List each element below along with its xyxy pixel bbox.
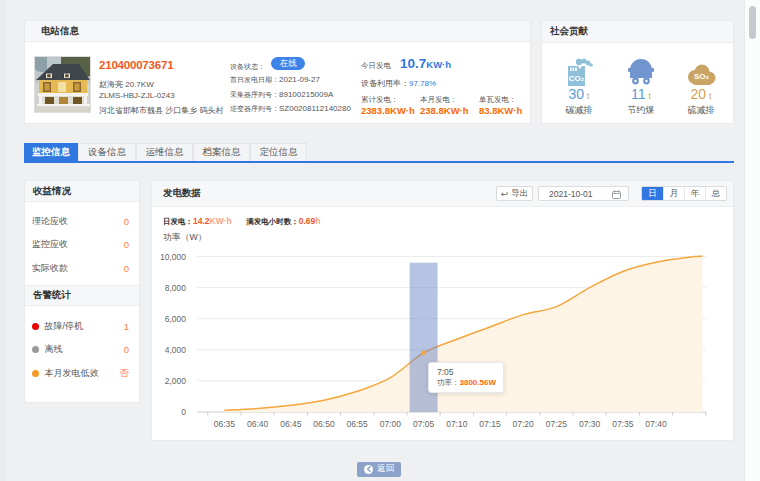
social-contribution-card: 社会贡献 CO₂ 30t 碳减排 11t 节约煤	[541, 20, 734, 124]
day-generation-stat: 日发电：14.2KW·h	[163, 217, 232, 226]
alarm-value: 否	[120, 367, 130, 380]
station-card-title: 电站信息	[25, 21, 530, 42]
utilization: 设备利用率：97.78%	[361, 78, 436, 89]
fault-dot-icon	[32, 323, 39, 330]
y-axis-title: 功率（W）	[163, 232, 207, 244]
today-generation-label: 今日发电	[361, 61, 391, 70]
full-hours-label: 满发电小时数：	[246, 217, 299, 226]
so2-reduction-value: 20t	[673, 87, 729, 102]
export-icon: ↩	[501, 189, 509, 199]
income-value: 0	[124, 263, 129, 274]
back-button[interactable]: 返回	[357, 462, 401, 477]
date-picker[interactable]: 2021-10-01	[538, 186, 629, 201]
coal-saving-number: 11	[631, 86, 646, 102]
income-value: 0	[124, 216, 129, 227]
alarm-row-fault: 故障/停机 1	[25, 315, 139, 338]
coal-saving-value: 11t	[613, 87, 669, 102]
range-total-button[interactable]: 总	[705, 187, 726, 200]
month-generation-label: 本月发电：	[420, 95, 458, 105]
station-model: ZLMS-HBJ-ZJL-0243	[99, 91, 175, 100]
total-generation-value: 2383.8KW·h	[361, 105, 415, 116]
full-hours-stat: 满发电小时数：0.69h	[246, 217, 320, 226]
station-address: 河北省邯郸市魏县 沙口集乡 码头村	[99, 105, 223, 116]
co2-reduction-number: 30	[569, 86, 585, 102]
today-generation: 今日发电10.7KW·h	[361, 56, 451, 71]
first-date-value: 2021-09-27	[279, 75, 320, 84]
tab-underline	[24, 161, 734, 163]
export-label: 导出	[511, 188, 528, 200]
svg-text:4,000: 4,000	[165, 345, 187, 355]
export-button[interactable]: ↩ 导出	[496, 186, 533, 201]
so2-reduction-item: SO₂ 20t 硫减排	[673, 57, 729, 117]
range-day-button[interactable]: 日	[642, 187, 663, 200]
day-generation-unit: KW·h	[210, 216, 232, 226]
income-row-actual: 实际收款 0	[25, 257, 139, 280]
svg-text:07:25: 07:25	[546, 419, 568, 429]
today-generation-value: 10.7	[400, 56, 426, 71]
chart-toolbar: ↩ 导出 2021-10-01 日 月 年 总	[496, 186, 727, 201]
offline-dot-icon	[32, 346, 39, 353]
coal-cart-icon	[613, 57, 669, 86]
svg-text:0: 0	[181, 407, 186, 417]
full-hours-unit: h	[315, 216, 320, 226]
generation-data-card: 发电数据 ↩ 导出 2021-10-01 日 月 年 总	[151, 180, 734, 441]
today-generation-unit: KW·h	[426, 59, 451, 70]
coal-saving-label: 节约煤	[613, 104, 669, 117]
online-status-badge: 在线	[271, 57, 305, 70]
tab-operation-info[interactable]: 运维信息	[136, 143, 193, 161]
collector-value: 89100215009A	[279, 90, 333, 99]
alarm-section-title: 告警统计	[25, 285, 139, 306]
svg-text:6,000: 6,000	[165, 314, 187, 324]
date-value: 2021-10-01	[549, 189, 592, 199]
so2-unit: t	[709, 91, 711, 101]
inverter-value: SZ00208112140280	[279, 104, 351, 113]
utilization-value: 97.78%	[409, 79, 436, 88]
svg-text:SO₂: SO₂	[694, 72, 710, 81]
chart-card-title: 发电数据	[163, 187, 201, 200]
station-info-card: 电站信息 210400073671 赵海亮 20.7KW ZLMS-HBJ-ZJ…	[24, 20, 531, 124]
svg-text:06:40: 06:40	[247, 419, 269, 429]
utilization-label: 设备利用率：	[361, 79, 409, 88]
svg-text:06:50: 06:50	[313, 419, 335, 429]
svg-text:06:45: 06:45	[280, 419, 302, 429]
range-year-button[interactable]: 年	[684, 187, 705, 200]
svg-text:07:15: 07:15	[479, 419, 501, 429]
co2-reduction-value: 30t	[551, 87, 607, 102]
income-value: 0	[124, 239, 129, 250]
tab-archive-info[interactable]: 档案信息	[193, 143, 250, 161]
low-efficiency-dot-icon	[32, 370, 39, 377]
total-generation-label: 累计发电：	[361, 95, 399, 105]
so2-reduction-label: 硫减排	[673, 104, 729, 117]
income-row-theoretical: 理论应收 0	[25, 210, 139, 233]
svg-text:07:30: 07:30	[579, 419, 601, 429]
first-date-label: 首日发电日期：	[230, 76, 279, 83]
scrollbar-thumb[interactable]	[749, 6, 756, 39]
range-month-button[interactable]: 月	[663, 187, 684, 200]
tab-device-info[interactable]: 设备信息	[78, 143, 136, 161]
alarm-row-low-efficiency: 本月发电低效 否	[25, 362, 139, 385]
tooltip-value-line: 功率：3800.56W	[437, 378, 496, 388]
svg-text:07:20: 07:20	[513, 419, 535, 429]
svg-text:07:00: 07:00	[380, 419, 402, 429]
svg-text:07:05: 07:05	[413, 419, 435, 429]
tab-location-info[interactable]: 定位信息	[250, 143, 307, 161]
svg-text:07:10: 07:10	[446, 419, 468, 429]
back-button-label: 返回	[377, 463, 394, 475]
station-id: 210400073671	[99, 59, 173, 71]
alarm-label: 故障/停机	[45, 320, 84, 333]
tooltip-label: 功率：	[437, 378, 460, 387]
summary-sidebar: 收益情况 理论应收 0 监控应收 0 实际收款 0 告警统计 故障/停机 1 离…	[24, 180, 140, 403]
station-owner: 赵海亮 20.7KW	[99, 79, 154, 90]
tab-monitor-info[interactable]: 监控信息	[24, 143, 78, 161]
so2-reduction-number: 20	[691, 86, 707, 102]
svg-text:CO₂: CO₂	[568, 74, 584, 83]
svg-text:07:35: 07:35	[612, 419, 634, 429]
scrollbar-track[interactable]	[744, 0, 760, 481]
svg-text:06:35: 06:35	[214, 419, 236, 429]
left-gutter	[0, 0, 7, 481]
per-watt-generation-label: 单瓦发电：	[479, 95, 517, 105]
social-card-title: 社会贡献	[542, 21, 733, 43]
tooltip-value: 3800.56W	[460, 378, 496, 387]
income-label: 实际收款	[32, 262, 68, 275]
alarm-value: 1	[124, 321, 129, 332]
